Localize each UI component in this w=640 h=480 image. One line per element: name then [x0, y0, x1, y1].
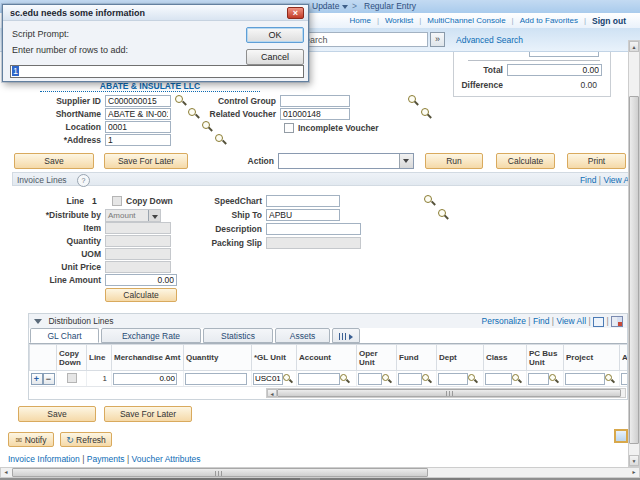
gl-unit-input[interactable]	[253, 373, 283, 385]
refresh-button[interactable]: ↻ Refresh	[60, 432, 112, 447]
scroll-right-button[interactable]: ►	[629, 468, 639, 477]
tab-assets[interactable]: Assets	[275, 328, 330, 343]
scroll-to-top-icon[interactable]	[614, 429, 628, 443]
address-input[interactable]	[105, 134, 171, 146]
fund-lookup-icon[interactable]	[422, 374, 431, 383]
dept-input[interactable]	[438, 373, 468, 385]
control-group-lookup-icon[interactable]	[408, 95, 419, 106]
supplier-id-input[interactable]	[105, 95, 171, 107]
nav-link-worklist[interactable]: Worklist	[385, 16, 413, 25]
related-voucher-lookup-icon[interactable]	[421, 108, 432, 119]
payments-link[interactable]: Payments	[87, 454, 125, 464]
difference-value: 0.00	[507, 79, 597, 91]
invoice-information-link[interactable]: Invoice Information	[8, 454, 80, 464]
dialog-title-bar[interactable]: sc.edu needs some information ×	[3, 5, 308, 21]
scroll-down-button[interactable]: ▼	[629, 455, 639, 466]
view-all-link[interactable]: View All	[556, 316, 586, 326]
shortname-input[interactable]	[105, 108, 171, 120]
fund-input[interactable]	[398, 373, 422, 385]
notify-button[interactable]: ✉ Notify	[8, 432, 54, 447]
related-voucher-input[interactable]	[280, 108, 350, 120]
advanced-search-link[interactable]: Advanced Search	[456, 35, 523, 45]
nav-link-multichannel-console[interactable]: MultiChannel Console	[427, 16, 505, 25]
class-input[interactable]	[485, 373, 512, 385]
location-input[interactable]	[105, 121, 171, 133]
tab-statistics[interactable]: Statistics	[203, 328, 273, 343]
oper-unit-lookup-icon[interactable]	[382, 374, 391, 383]
calculate-button[interactable]: Calculate	[496, 153, 555, 169]
location-lookup-icon[interactable]	[202, 121, 213, 132]
add-row-button[interactable]: +	[31, 373, 43, 385]
run-button[interactable]: Run	[425, 153, 483, 169]
total-input[interactable]	[507, 64, 602, 76]
grid-scroll-thumb[interactable]	[277, 389, 621, 397]
find-link[interactable]: Find	[580, 175, 597, 185]
nav-link-home[interactable]: Home	[350, 16, 371, 25]
nav-link-add-to-favorites[interactable]: Add to Favorites	[520, 16, 578, 25]
dialog-close-button[interactable]: ×	[287, 7, 304, 19]
rows-to-add-input[interactable]: 1	[10, 65, 304, 78]
calculate-line-button[interactable]: Calculate	[105, 288, 177, 302]
personalize-link[interactable]: Personalize	[482, 316, 526, 326]
breadcrumb-update-menu[interactable]: Update	[312, 0, 348, 13]
quantity-label: Quantity	[0, 235, 101, 247]
description-input[interactable]	[266, 223, 361, 235]
account-lookup-icon[interactable]	[340, 374, 349, 383]
grid-horizontal-scrollbar[interactable]: ◄	[266, 388, 626, 398]
download-to-excel-icon[interactable]	[611, 316, 623, 327]
oper-unit-input[interactable]	[358, 373, 382, 385]
account-input[interactable]	[298, 373, 340, 385]
print-button[interactable]: Print	[567, 153, 626, 169]
sign-out-link[interactable]: Sign out	[592, 16, 626, 26]
scroll-left-button[interactable]: ◄	[267, 389, 277, 397]
cancel-button[interactable]: Cancel	[246, 49, 304, 65]
save-button[interactable]: Save	[14, 153, 94, 169]
gl-unit-lookup-icon[interactable]	[283, 374, 292, 383]
speedchart-lookup-icon[interactable]	[424, 195, 435, 206]
scroll-left-button[interactable]: ◄	[1, 468, 11, 477]
save-button-bottom[interactable]: Save	[18, 406, 96, 422]
address-lookup-icon[interactable]	[215, 134, 226, 145]
save-for-later-button[interactable]: Save For Later	[104, 153, 188, 169]
zoom-grid-icon[interactable]	[593, 317, 604, 327]
merchandise-amt-input[interactable]	[113, 373, 177, 385]
line-amount-input[interactable]	[105, 274, 177, 286]
control-group-input[interactable]	[280, 95, 350, 107]
ship-to-input[interactable]	[266, 209, 340, 221]
row-copy-down-checkbox[interactable]	[67, 373, 77, 383]
ok-button[interactable]: OK	[246, 27, 304, 43]
vertical-scrollbar[interactable]: ▲ ▼	[628, 40, 640, 467]
page-scroll-thumb[interactable]	[12, 468, 428, 477]
pc-bus-unit-input[interactable]	[528, 373, 549, 385]
speedchart-input[interactable]	[266, 195, 340, 207]
page-horizontal-scrollbar[interactable]: ◄ ►	[0, 467, 640, 478]
save-for-later-button-bottom[interactable]: Save For Later	[104, 406, 192, 422]
activity-input-cut[interactable]	[621, 373, 627, 385]
copy-down-checkbox[interactable]	[112, 196, 122, 206]
cut-off-field[interactable]	[529, 52, 599, 57]
delete-row-button[interactable]: −	[43, 373, 55, 385]
search-go-button[interactable]: »	[430, 32, 445, 47]
voucher-attributes-link[interactable]: Voucher Attributes	[132, 454, 201, 464]
find-link[interactable]: Find	[533, 316, 550, 326]
ship-to-lookup-icon[interactable]	[438, 209, 449, 220]
project-lookup-icon[interactable]	[605, 374, 614, 383]
class-lookup-icon[interactable]	[512, 374, 521, 383]
dept-lookup-icon[interactable]	[468, 374, 477, 383]
scroll-up-button[interactable]: ▲	[629, 41, 639, 52]
search-input[interactable]	[296, 32, 428, 47]
incomplete-voucher-checkbox[interactable]	[284, 123, 294, 133]
tab-gl-chart[interactable]: GL Chart	[30, 328, 99, 343]
collapse-section-icon[interactable]	[34, 319, 42, 324]
vertical-scroll-thumb[interactable]	[629, 96, 639, 444]
help-icon[interactable]: ?	[77, 174, 90, 187]
show-all-columns-tab[interactable]	[332, 328, 360, 343]
action-select[interactable]	[278, 153, 414, 169]
tab-exchange-rate[interactable]: Exchange Rate	[101, 328, 201, 343]
project-input[interactable]	[565, 373, 605, 385]
supplier-name-link[interactable]: ABATE & INSULATE LLC	[40, 81, 260, 92]
pc-bus-unit-lookup-icon[interactable]	[549, 374, 558, 383]
row-quantity-input[interactable]	[185, 373, 247, 385]
line-label: Line	[0, 195, 84, 207]
chevron-down-icon[interactable]	[399, 154, 413, 168]
